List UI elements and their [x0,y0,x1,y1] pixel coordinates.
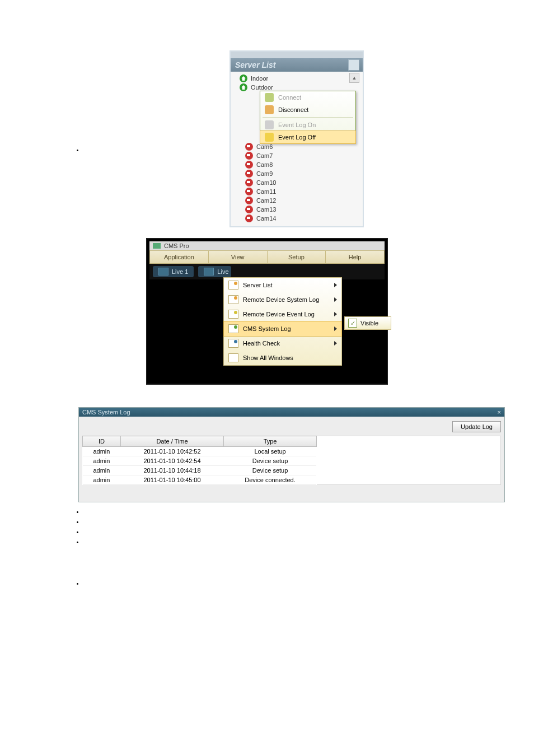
camera-icon [245,214,253,222]
tree-label: Cam10 [256,179,276,186]
cms-pro-window: CMS Pro Application View Setup Help Live… [146,238,388,385]
view-dropdown: Server List Remote Device System Log Rem… [223,277,342,366]
tree-label: Cam8 [256,161,273,168]
menu-icon [228,353,238,362]
camera-icon [245,170,253,178]
table-row[interactable]: admin2011-01-10 10:42:54Device setup [83,456,317,466]
app-icon [153,243,161,249]
update-log-button[interactable]: Update Log [452,421,501,432]
dd-label: Health Check [243,340,280,347]
ctx-disconnect[interactable]: Disconnect [260,104,355,116]
ctx-event-off[interactable]: Event Log Off [260,130,356,144]
connect-icon [265,93,274,102]
table-row[interactable]: admin2011-01-10 10:45:00Device connected… [83,475,317,485]
menu-setup[interactable]: Setup [268,251,326,263]
log-detail-pane [317,436,501,485]
tree-cam[interactable]: Cam10 [233,178,360,187]
house-icon [240,83,247,91]
window-title: CMS Pro [164,242,189,249]
chevron-right-icon [334,312,337,316]
house-icon [240,74,247,82]
ctx-label: Disconnect [278,106,308,113]
menu-icon [228,281,238,290]
camera-icon [245,161,253,169]
event-off-icon [265,133,274,142]
tree-cam[interactable]: Cam11 [233,187,360,196]
log-table: ID Date / Time Type admin2011-01-10 10:4… [82,436,317,485]
scroll-up-icon[interactable]: ▲ [349,73,359,83]
ctx-connect[interactable]: Connect [260,91,355,104]
button-label: Live [217,268,228,275]
camera-icon [245,152,253,160]
dd-label: Remote Device System Log [243,296,319,303]
tree-label: Cam7 [256,152,273,159]
tree-label: Cam9 [256,170,273,177]
context-menu: Connect Disconnect Event Log On Event Lo… [260,91,356,144]
chevron-right-icon [334,341,337,346]
tree-label: Cam12 [256,197,276,204]
dd-remote-evtlog[interactable]: Remote Device Event Log [224,307,341,321]
camera-icon [245,143,253,151]
visible-submenu[interactable]: ✓ Visible [344,316,391,330]
dd-cms-syslog[interactable]: CMS System Log [223,321,342,337]
tree-label: Outdoor [251,84,273,91]
menu-icon [228,295,238,304]
camera-icon [245,188,253,195]
menu-icon [228,324,238,333]
live1-button[interactable]: Live 1 [153,266,194,277]
submenu-label: Visible [360,320,378,326]
server-list-panel: Server List ▲ Indoor Outdoor Cam6 Cam7 C… [229,50,364,144]
dd-label: CMS System Log [243,325,291,332]
camera-icon [245,197,253,204]
menu-icon [228,310,238,319]
tree-cam[interactable]: Cam9 [233,169,360,178]
chevron-right-icon [334,283,337,287]
window-titlebar: CMS Pro [149,241,385,250]
tree-cam[interactable]: Cam13 [233,205,360,214]
button-label: Live 1 [172,268,188,275]
dd-remote-syslog[interactable]: Remote Device System Log [224,292,341,307]
dd-label: Remote Device Event Log [243,311,315,318]
log-window-title: CMS System Log [82,409,130,416]
col-datetime[interactable]: Date / Time [120,436,223,447]
col-id[interactable]: ID [83,436,121,447]
menu-icon [228,339,238,348]
menu-bar: Application View Setup Help [149,250,385,264]
cms-system-log-window: CMS System Log × Update Log ID Date / Ti… [78,407,505,502]
ctx-event-on[interactable]: Event Log On [260,119,355,131]
ctx-label: Event Log On [278,122,316,128]
check-icon: ✓ [348,319,357,328]
tree-cam[interactable]: Cam12 [233,196,360,205]
tree-group-indoor[interactable]: Indoor [233,74,349,83]
live-button[interactable]: Live [198,266,231,277]
tree-label: Indoor [251,75,268,82]
ctx-label: Connect [278,94,301,101]
dd-health-check[interactable]: Health Check [224,336,341,351]
dd-show-all[interactable]: Show All Windows [224,351,341,365]
monitor-icon [204,268,214,276]
camera-icon [245,179,253,186]
ctx-label: Event Log Off [278,134,316,141]
menu-view[interactable]: View [209,251,268,263]
table-row[interactable]: admin2011-01-10 10:44:18Device setup [83,466,317,475]
dd-label: Show All Windows [243,354,293,361]
tree-label: Cam6 [256,143,273,150]
tree-label: Cam13 [256,206,276,213]
close-icon[interactable]: × [498,409,501,416]
col-type[interactable]: Type [224,436,317,447]
event-on-icon [265,120,274,129]
monitor-icon [158,268,168,276]
chevron-right-icon [334,297,337,302]
table-row[interactable]: admin2011-01-10 10:42:52Local setup [83,447,317,456]
dd-label: Server List [243,282,273,288]
server-list-title: Server List [235,60,275,70]
tree-cam[interactable]: Cam8 [233,160,360,169]
chevron-right-icon [334,326,337,331]
tree-cam[interactable]: Cam14 [233,214,360,223]
menu-application[interactable]: Application [150,251,209,263]
dd-server-list[interactable]: Server List [224,278,341,292]
menu-help[interactable]: Help [326,251,384,263]
tree-label: Cam14 [256,215,276,222]
panel-options-icon[interactable] [348,59,359,71]
tree-label: Cam11 [256,188,276,195]
